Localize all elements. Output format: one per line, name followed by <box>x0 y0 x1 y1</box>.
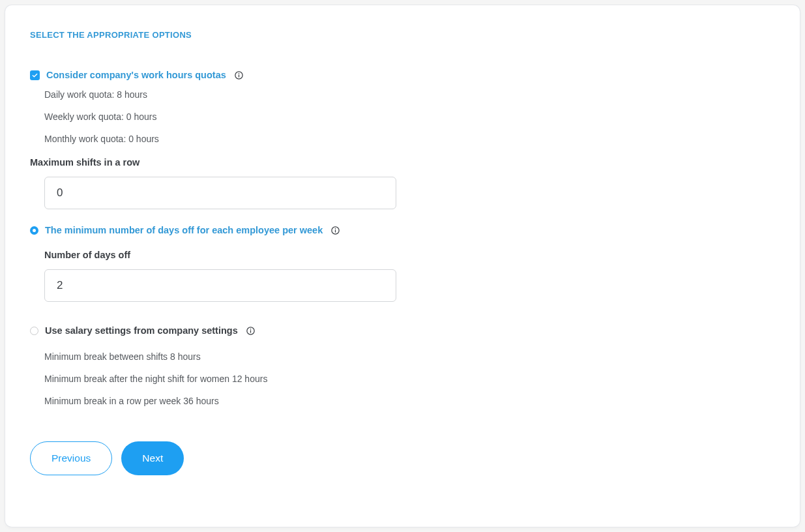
option-min-days-off: The minimum number of days off for each … <box>30 225 775 235</box>
min-days-off-radio[interactable] <box>30 226 38 235</box>
info-icon[interactable] <box>246 326 256 336</box>
use-salary-settings-radio[interactable] <box>30 327 38 335</box>
check-icon <box>31 72 38 79</box>
break-row-week: Minimum break in a row per week 36 hours <box>44 396 775 406</box>
use-salary-settings-label[interactable]: Use salary settings from company setting… <box>45 325 238 336</box>
quota-weekly: Weekly work quota: 0 hours <box>44 111 775 122</box>
consider-quotas-label[interactable]: Consider company's work hours quotas <box>46 70 226 80</box>
max-shifts-input[interactable] <box>44 177 396 209</box>
option-use-salary-settings: Use salary settings from company setting… <box>30 325 775 336</box>
max-shifts-input-wrap <box>44 177 775 209</box>
section-title: SELECT THE APPROPRIATE OPTIONS <box>30 30 775 40</box>
svg-rect-2 <box>239 74 239 77</box>
min-days-off-label[interactable]: The minimum number of days off for each … <box>45 225 323 235</box>
days-off-input-wrap <box>44 269 775 302</box>
max-shifts-label: Maximum shifts in a row <box>30 157 775 168</box>
info-icon[interactable] <box>330 226 340 235</box>
svg-rect-8 <box>250 330 251 332</box>
svg-rect-5 <box>335 229 336 232</box>
days-off-input[interactable] <box>44 269 396 302</box>
wizard-buttons: Previous Next <box>30 441 775 475</box>
quotas-list: Daily work quota: 8 hours Weekly work qu… <box>44 89 775 144</box>
consider-quotas-checkbox[interactable] <box>30 70 40 80</box>
break-between: Minimum break between shifts 8 hours <box>44 351 775 362</box>
quota-daily: Daily work quota: 8 hours <box>44 89 775 100</box>
quota-monthly: Monthly work quota: 0 hours <box>44 134 775 144</box>
breaks-list: Minimum break between shifts 8 hours Min… <box>44 351 775 406</box>
break-night-women: Minimum break after the night shift for … <box>44 374 775 384</box>
svg-point-1 <box>238 72 239 74</box>
next-button[interactable]: Next <box>121 441 184 475</box>
info-icon[interactable] <box>234 70 244 80</box>
svg-point-4 <box>335 228 336 229</box>
option-consider-quotas: Consider company's work hours quotas <box>30 70 775 80</box>
days-off-label: Number of days off <box>44 250 775 260</box>
svg-point-7 <box>250 328 251 329</box>
options-card: SELECT THE APPROPRIATE OPTIONS Consider … <box>5 5 800 527</box>
previous-button[interactable]: Previous <box>30 441 112 475</box>
